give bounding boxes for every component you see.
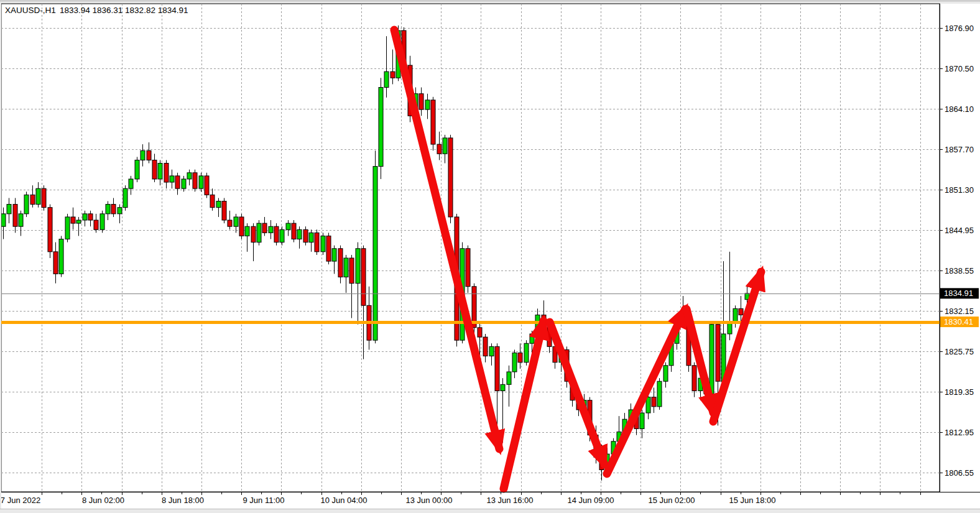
candle-body-up xyxy=(425,100,430,109)
x-axis-label: 9 Jun 11:00 xyxy=(243,496,285,505)
candle-body-up xyxy=(123,188,127,207)
candle-body-up xyxy=(182,179,186,188)
candle-body-down xyxy=(315,233,319,251)
y-axis-label: 1864.10 xyxy=(945,104,974,114)
candle-body-up xyxy=(524,343,529,362)
candle-body-up xyxy=(199,176,203,188)
candle-body-up xyxy=(24,195,29,213)
candle-body-down xyxy=(716,325,720,381)
x-axis-label: 15 Jun 18:00 xyxy=(729,496,775,505)
candle-body-down xyxy=(175,176,180,188)
candle-body-up xyxy=(530,334,534,343)
y-axis-label: 1838.55 xyxy=(945,266,974,275)
candle-body-down xyxy=(739,308,743,315)
candle-body-up xyxy=(170,176,174,182)
candle-body-up xyxy=(321,236,325,251)
candle-body-down xyxy=(88,214,93,220)
candle-body-up xyxy=(657,381,662,407)
candle-body-up xyxy=(76,220,81,223)
candle-body-up xyxy=(646,397,650,413)
y-axis-label: 1844.95 xyxy=(945,226,974,235)
x-axis-label: 14 Jun 09:00 xyxy=(567,496,614,505)
candle-body-down xyxy=(692,366,696,391)
candle-body-down xyxy=(30,195,35,204)
candle-body-down xyxy=(448,138,453,217)
candle-body-up xyxy=(59,239,63,274)
candle-body-down xyxy=(239,217,244,236)
candle-body-down xyxy=(338,249,343,277)
candle-body-down xyxy=(251,226,256,242)
candle-body-up xyxy=(507,372,511,384)
candle-body-down xyxy=(205,176,209,195)
x-axis-label: 7 Jun 2022 xyxy=(1,496,40,505)
y-axis-label: 1851.30 xyxy=(945,185,974,195)
candle-body-up xyxy=(269,226,273,233)
candle-body-down xyxy=(361,249,366,305)
candle-body-down xyxy=(274,226,279,242)
candle-body-up xyxy=(100,214,104,229)
y-axis-label: 1812.95 xyxy=(945,428,974,437)
window-frame-left xyxy=(0,3,1,509)
candle-body-down xyxy=(262,223,267,233)
candle-body-down xyxy=(48,208,52,252)
y-axis-label: 1806.55 xyxy=(945,468,974,478)
candle-body-up xyxy=(356,249,360,284)
y-axis-label: 1832.15 xyxy=(945,307,974,316)
candle-body-up xyxy=(187,173,192,179)
candle-body-up xyxy=(663,366,668,381)
candle-body-up xyxy=(332,249,336,261)
candle-body-down xyxy=(349,258,354,284)
chart-title-symbol: XAUUSD-,H1 xyxy=(5,6,56,15)
candle-body-down xyxy=(466,249,470,287)
current-price-line-badge-label: 1834.91 xyxy=(944,289,973,298)
candle-body-down xyxy=(147,150,151,160)
candle-body-up xyxy=(19,214,23,226)
chart-plot-area[interactable] xyxy=(1,4,940,492)
candle-body-up xyxy=(83,214,87,220)
candle-body-down xyxy=(437,144,441,154)
candle-body-down xyxy=(210,195,215,207)
candle-body-down xyxy=(326,236,331,261)
candle-body-up xyxy=(7,205,11,214)
candle-body-up xyxy=(106,205,110,214)
candle-body-up xyxy=(234,217,238,226)
candle-body-up xyxy=(141,150,145,160)
candle-body-down xyxy=(13,205,17,227)
candle-body-up xyxy=(1,214,6,226)
candle-body-up xyxy=(129,179,133,188)
candle-body-up xyxy=(512,353,517,371)
candle-body-down xyxy=(483,337,488,356)
candle-body-up xyxy=(118,208,122,214)
candle-body-up xyxy=(379,88,383,167)
candle-body-up xyxy=(309,233,313,242)
price-chart[interactable]: 1876.901870.501864.101857.701851.301844.… xyxy=(0,0,980,513)
candle-body-down xyxy=(478,328,482,337)
candle-body-up xyxy=(344,258,348,277)
candle-body-up xyxy=(245,226,249,236)
candle-body-up xyxy=(733,308,737,321)
candle-body-up xyxy=(158,164,162,179)
candle-body-down xyxy=(94,220,98,229)
candle-body-down xyxy=(152,160,157,178)
candle-body-down xyxy=(111,205,116,214)
x-axis-label: 8 Jun 02:00 xyxy=(82,496,124,505)
candle-body-down xyxy=(292,223,296,239)
y-axis-label: 1857.70 xyxy=(945,145,974,154)
candle-body-up xyxy=(36,188,40,204)
y-axis-label: 1870.50 xyxy=(945,64,974,73)
y-axis-label: 1876.90 xyxy=(945,24,974,33)
x-axis-label: 13 Jun 00:00 xyxy=(405,496,452,505)
candle-body-up xyxy=(297,229,302,239)
candle-body-down xyxy=(419,94,423,109)
y-axis-label: 1825.75 xyxy=(945,347,974,356)
candle-body-down xyxy=(71,217,75,223)
candle-body-down xyxy=(652,397,656,407)
mt4-chart-window: 1876.901870.501864.101857.701851.301844.… xyxy=(0,0,980,513)
candle-body-up xyxy=(501,384,505,391)
candle-body-down xyxy=(222,201,226,220)
candle-body-up xyxy=(489,346,494,356)
candle-body-down xyxy=(518,353,522,362)
candle-body-up xyxy=(216,201,221,208)
candle-body-down xyxy=(193,173,197,188)
candle-body-down xyxy=(164,164,169,182)
